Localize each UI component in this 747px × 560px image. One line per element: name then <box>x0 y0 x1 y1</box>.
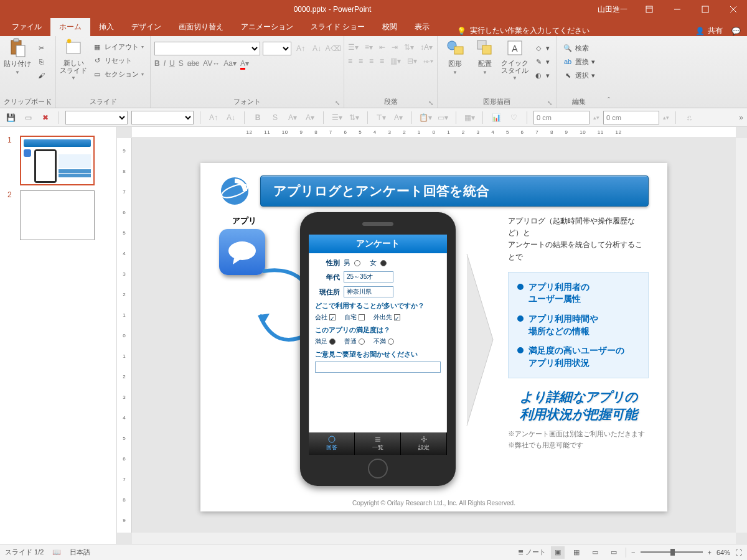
qat-combo-2[interactable] <box>131 111 194 124</box>
thumbnail-1[interactable]: 1 <box>0 133 116 188</box>
tab-animations[interactable]: アニメーション <box>232 18 302 36</box>
reset-button[interactable]: ↺リセット <box>90 54 146 67</box>
bold-button[interactable]: B <box>154 59 160 68</box>
user-name[interactable]: 山田進一 <box>590 4 635 15</box>
qat-increase-font[interactable]: A↑ <box>207 111 220 124</box>
comments-icon[interactable]: 💬 <box>731 27 741 35</box>
slide-canvas[interactable]: アプリログとアンケート回答を統合 アプリ <box>200 163 667 511</box>
scrollbar-horizontal[interactable] <box>132 533 736 544</box>
qat-icon-1[interactable]: ▭ <box>21 111 35 124</box>
shadow-button[interactable]: S <box>179 59 184 68</box>
paragraph-launcher[interactable]: ⤡ <box>428 100 433 106</box>
tab-home[interactable]: ホーム <box>50 18 90 36</box>
qat-more[interactable]: » <box>739 113 743 122</box>
increase-font-icon[interactable]: A↑ <box>294 42 308 55</box>
copy-button[interactable]: ⎘ <box>34 55 49 68</box>
height-input[interactable] <box>603 111 659 124</box>
normal-view-button[interactable]: ▣ <box>551 546 565 559</box>
align-center-button[interactable]: ≡ <box>359 57 363 65</box>
zoom-slider[interactable] <box>641 551 703 553</box>
align-right-button[interactable]: ≡ <box>369 57 374 65</box>
section-button[interactable]: ▭セクション▾ <box>90 68 146 80</box>
quick-styles-button[interactable]: A クイック スタイル▼ <box>501 38 529 81</box>
qat-bullets[interactable]: ☰▾ <box>330 111 344 124</box>
align-text-button[interactable]: ⊟▾ <box>407 57 417 65</box>
fit-to-window-button[interactable]: ⛶ <box>735 549 742 556</box>
align-left-button[interactable]: ≡ <box>348 57 352 65</box>
tab-view[interactable]: 表示 <box>406 18 438 36</box>
text-direction-button[interactable]: ↕A▾ <box>420 43 433 52</box>
zoom-in-button[interactable]: + <box>708 549 712 556</box>
tab-file[interactable]: ファイル <box>3 18 50 36</box>
scrollbar-vertical[interactable] <box>736 138 747 533</box>
tab-insert[interactable]: 挿入 <box>90 18 123 36</box>
minimize-button[interactable] <box>663 0 691 19</box>
select-button[interactable]: ⬉選択 ▾ <box>560 69 598 82</box>
qat-table[interactable]: ▦▾ <box>463 111 476 124</box>
slideshow-view-button[interactable]: ▭ <box>607 546 621 559</box>
numbering-button[interactable]: ≡▾ <box>365 43 373 52</box>
zoom-level[interactable]: 64% <box>716 549 730 556</box>
thumbnail-panel[interactable]: 1 2 <box>0 127 117 544</box>
shapes-button[interactable]: 図形▼ <box>441 38 469 75</box>
font-size-combo[interactable] <box>263 42 291 55</box>
new-slide-button[interactable]: 新しい スライド ▼ <box>60 38 87 81</box>
paste-button[interactable]: 貼り付け ▼ <box>4 38 31 75</box>
line-spacing-button[interactable]: ⇅▾ <box>404 43 414 52</box>
save-icon[interactable]: 💾 <box>4 111 17 124</box>
ruler-vertical[interactable]: 9876543210123456789 <box>117 138 132 533</box>
strike-button[interactable]: abc <box>187 59 199 68</box>
increase-indent-button[interactable]: ⇥ <box>392 43 398 52</box>
clear-format-icon[interactable]: A⌫ <box>326 42 340 55</box>
font-color-button[interactable]: A▾ <box>240 59 249 68</box>
qat-chart[interactable]: 📊 <box>489 111 503 124</box>
close-button[interactable] <box>719 0 747 19</box>
tab-design[interactable]: デザイン <box>123 18 170 36</box>
find-button[interactable]: 🔍検索 <box>560 42 598 54</box>
reading-view-button[interactable]: ▭ <box>588 546 602 559</box>
width-input[interactable] <box>533 111 590 124</box>
change-case-button[interactable]: Aa▾ <box>223 59 237 68</box>
replace-button[interactable]: ab置換 ▾ <box>560 55 598 68</box>
qat-align2[interactable]: A▾ <box>392 111 405 124</box>
font-family-combo[interactable] <box>154 42 260 55</box>
drawing-launcher[interactable]: ⤡ <box>547 100 552 106</box>
slide-indicator[interactable]: スライド 1/2 <box>5 548 44 557</box>
ruler-horizontal[interactable]: 12 11 10 9 8 7 6 5 4 3 2 1 0 1 2 3 4 5 6… <box>132 127 736 138</box>
qat-align1[interactable]: ⊤▾ <box>374 111 388 124</box>
collapse-ribbon-button[interactable]: ˆ <box>601 36 616 108</box>
clipboard-launcher[interactable]: ⤡ <box>47 100 52 106</box>
char-spacing-button[interactable]: AV↔ <box>203 59 220 68</box>
bullets-button[interactable]: ☰▾ <box>348 43 359 52</box>
tab-review[interactable]: 校閲 <box>374 18 406 36</box>
qat-spacing[interactable]: ⇅▾ <box>347 111 361 124</box>
tell-me[interactable]: 💡 実行したい作業を入力してください <box>457 26 590 36</box>
qat-undo-link[interactable]: ⎌ <box>682 111 696 124</box>
font-launcher[interactable]: ⤡ <box>335 100 340 106</box>
qat-decrease-font[interactable]: A↓ <box>224 111 238 124</box>
qat-shape2[interactable]: ♡ <box>507 111 520 124</box>
qat-bold[interactable]: B <box>251 111 265 124</box>
qat-shadow[interactable]: S <box>268 111 282 124</box>
language-indicator[interactable]: 日本語 <box>70 548 90 557</box>
italic-button[interactable]: I <box>164 59 166 68</box>
justify-button[interactable]: ≡ <box>380 57 384 65</box>
ribbon-options-icon[interactable] <box>635 0 663 19</box>
shape-fill-button[interactable]: ◇▾ <box>531 42 552 54</box>
tab-slideshow[interactable]: スライド ショー <box>302 18 374 36</box>
shape-outline-button[interactable]: ✎▾ <box>531 55 552 68</box>
decrease-indent-button[interactable]: ⇤ <box>379 43 385 52</box>
qat-icon-2[interactable]: ✖ <box>39 111 52 124</box>
decrease-font-icon[interactable]: A↓ <box>310 42 324 55</box>
spellcheck-icon[interactable]: 📖 <box>52 548 61 556</box>
share-button[interactable]: 👤 共有 <box>695 26 723 36</box>
columns-button[interactable]: ▥▾ <box>390 57 401 65</box>
arrange-button[interactable]: 配置▼ <box>471 38 499 75</box>
tab-transitions[interactable]: 画面切り替え <box>170 18 232 36</box>
thumbnail-2[interactable]: 2 <box>0 188 116 243</box>
smartart-button[interactable]: ⬰▾ <box>423 57 433 65</box>
cut-button[interactable]: ✂ <box>34 42 49 54</box>
qat-highlight[interactable]: A▾ <box>303 111 317 124</box>
sorter-view-button[interactable]: ▦ <box>570 546 583 559</box>
maximize-button[interactable] <box>691 0 719 19</box>
